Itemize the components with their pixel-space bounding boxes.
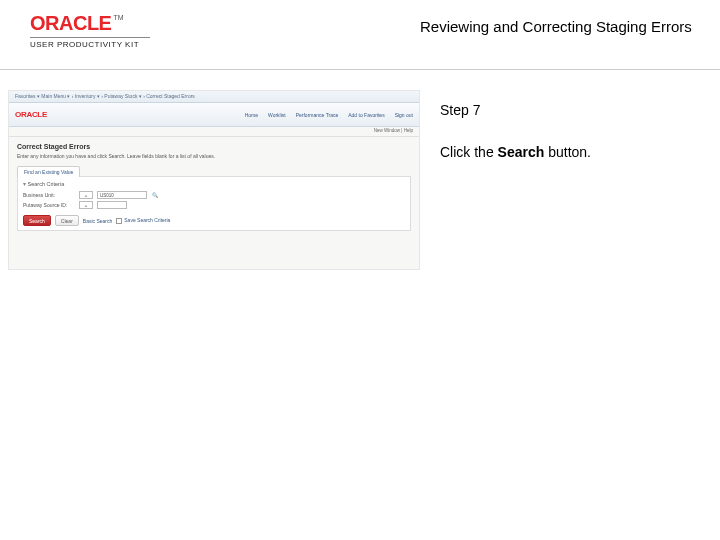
search-panel: Search Criteria Business Unit: = US010 🔍… — [17, 176, 411, 231]
section-search-criteria[interactable]: Search Criteria — [23, 181, 405, 187]
app-body: Correct Staged Errors Enter any informat… — [9, 137, 419, 237]
app-topbar: ORACLE Home Worklist Performance Trace A… — [9, 103, 419, 127]
nav-signout[interactable]: Sign out — [395, 112, 413, 118]
nav-worklist[interactable]: Worklist — [268, 112, 286, 118]
checkbox-icon[interactable] — [116, 218, 122, 224]
app-screenshot: Favorites ▾ Main Menu ▾ › Inventory ▾ › … — [8, 90, 420, 270]
page-title: Reviewing and Correcting Staging Errors — [190, 12, 700, 35]
app-oracle-logo: ORACLE — [15, 110, 47, 119]
inst-before: Click the — [440, 144, 498, 160]
inst-after: button. — [544, 144, 591, 160]
field-row-business-unit: Business Unit: = US010 🔍 — [23, 191, 405, 199]
page-header: ORACLETM USER PRODUCTIVITY KIT Reviewing… — [0, 0, 720, 70]
app-description: Enter any information you have and click… — [17, 153, 411, 159]
breadcrumb[interactable]: Favorites ▾ Main Menu ▾ › Inventory ▾ › … — [9, 91, 419, 103]
app-heading: Correct Staged Errors — [17, 143, 411, 150]
lookup-icon[interactable]: 🔍 — [151, 192, 158, 199]
trademark: TM — [113, 14, 123, 21]
label-business-unit: Business Unit: — [23, 192, 75, 198]
app-subbar[interactable]: New Window | Help — [9, 127, 419, 137]
operator-select[interactable]: = — [79, 201, 93, 209]
clear-button[interactable]: Clear — [55, 215, 79, 226]
field-row-putaway-source: Putaway Source ID: = — [23, 201, 405, 209]
search-button[interactable]: Search — [23, 215, 51, 226]
save-criteria[interactable]: Save Search Criteria — [116, 217, 170, 223]
button-row: Search Clear Basic Search Save Search Cr… — [23, 215, 405, 226]
basic-search-link[interactable]: Basic Search — [83, 218, 112, 224]
step-label: Step 7 — [440, 102, 700, 118]
nav-add-fav[interactable]: Add to Favorites — [348, 112, 384, 118]
instruction-text: Click the Search button. — [440, 144, 700, 160]
brand-subtitle: USER PRODUCTIVITY KIT — [30, 37, 150, 49]
nav-home[interactable]: Home — [245, 112, 258, 118]
oracle-logo: ORACLE — [30, 12, 111, 34]
save-search-link[interactable]: Save Search Criteria — [124, 217, 170, 223]
tab-find-existing[interactable]: Find an Existing Value — [17, 166, 80, 177]
input-business-unit[interactable]: US010 — [97, 191, 147, 199]
content-area: Favorites ▾ Main Menu ▾ › Inventory ▾ › … — [0, 70, 720, 540]
operator-select[interactable]: = — [79, 191, 93, 199]
inst-bold: Search — [498, 144, 545, 160]
instruction-pane: Step 7 Click the Search button. — [420, 70, 720, 540]
brand-block: ORACLETM USER PRODUCTIVITY KIT — [30, 12, 190, 49]
nav-perf-trace[interactable]: Performance Trace — [296, 112, 339, 118]
app-nav: Home Worklist Performance Trace Add to F… — [245, 112, 413, 118]
label-putaway-source: Putaway Source ID: — [23, 202, 75, 208]
input-putaway-source[interactable] — [97, 201, 127, 209]
